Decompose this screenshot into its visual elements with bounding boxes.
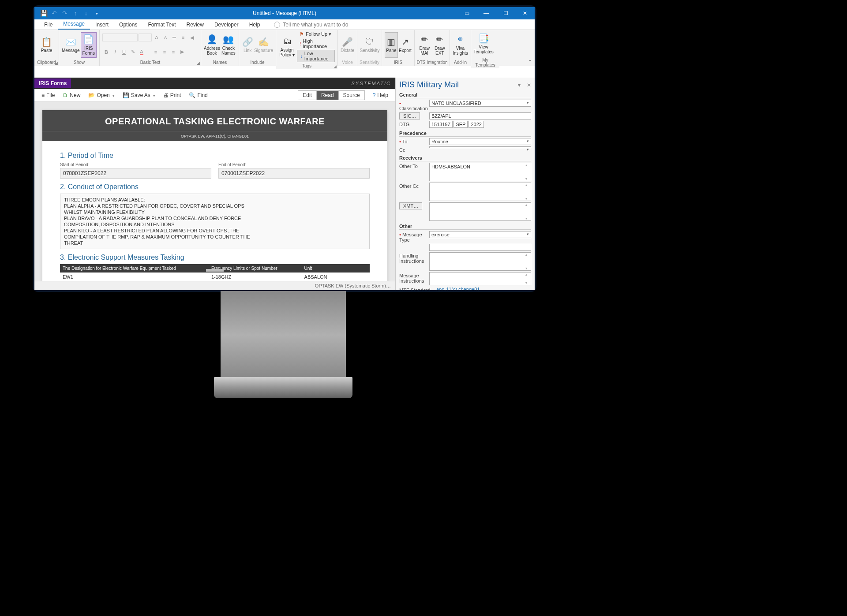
end-period-input[interactable]: 070001ZSEP2022 <box>218 168 370 179</box>
file-menu[interactable]: ≡File <box>38 90 58 100</box>
font-color-icon[interactable]: A <box>138 48 146 56</box>
classification-dropdown[interactable]: NATO UNCLASSIFIED <box>429 100 531 107</box>
iris-forms-button[interactable]: 📄IRIS Forms <box>81 32 97 58</box>
save-icon[interactable]: 💾 <box>39 8 49 18</box>
dtg-time-input[interactable]: 151319Z <box>429 121 453 128</box>
link-button[interactable]: 🔗Link <box>242 32 253 58</box>
tab-options[interactable]: Options <box>114 20 142 30</box>
tab-insert[interactable]: Insert <box>90 20 114 30</box>
sic-button[interactable]: SIC… <box>399 112 420 119</box>
low-importance-button[interactable]: ↓Low Importance <box>297 50 335 62</box>
shrink-font-icon[interactable]: A <box>161 34 169 41</box>
splitter-handle[interactable] <box>206 269 224 272</box>
high-importance-button[interactable]: !High Importance <box>297 38 335 49</box>
handling-instructions-textarea[interactable]: ▴▾ <box>429 252 531 271</box>
align-right-icon[interactable]: ≡ <box>169 48 177 56</box>
dialog-launcher-icon[interactable]: ◢ <box>334 64 337 69</box>
save-icon: 💾 <box>123 92 129 98</box>
signature-button[interactable]: ✍Signature <box>254 32 273 58</box>
underline-icon[interactable]: U <box>120 48 128 56</box>
down-icon[interactable]: ↓ <box>81 8 91 18</box>
numbering-icon[interactable]: ≡ <box>179 34 187 41</box>
pane-button[interactable]: ▥Pane <box>385 32 398 58</box>
print-button[interactable]: 🖨Print <box>160 90 185 100</box>
tab-format-text[interactable]: Format Text <box>142 20 181 30</box>
xmt-button[interactable]: XMT… <box>399 202 422 209</box>
grow-font-icon[interactable]: A <box>153 34 161 41</box>
document-subtitle: OPTASK EW, APP-11(C), CHANGE01 <box>42 131 387 141</box>
font-family-dropdown[interactable] <box>102 34 138 41</box>
maximize-button[interactable]: ☐ <box>496 7 515 19</box>
draw-ext-button[interactable]: ✏Draw EXT <box>433 32 447 58</box>
edit-mode-button[interactable]: Edit <box>298 91 317 100</box>
check-names-button[interactable]: 👥Check Names <box>221 32 236 58</box>
sensitivity-button[interactable]: 🛡Sensitivity <box>360 32 379 58</box>
export-button[interactable]: ↗Export <box>399 32 412 58</box>
xmt-textarea[interactable]: ▴▾ <box>429 202 531 221</box>
italic-icon[interactable]: I <box>111 48 119 56</box>
flag-icon: ⚑ <box>300 31 304 37</box>
pane-menu-icon[interactable]: ▾ <box>518 82 521 88</box>
tab-review[interactable]: Review <box>181 20 209 30</box>
message-type-dropdown[interactable]: exercise <box>429 231 531 238</box>
folder-icon: 📂 <box>88 92 95 98</box>
collapse-ribbon-icon[interactable]: ⌃ <box>528 59 532 65</box>
pane-close-icon[interactable]: ✕ <box>527 82 531 88</box>
to-precedence-dropdown[interactable]: Routine <box>429 138 531 145</box>
dtg-year-input[interactable]: 2022 <box>468 121 483 128</box>
align-center-icon[interactable]: ≡ <box>161 48 169 56</box>
find-button[interactable]: 🔍Find <box>185 90 211 100</box>
tell-me-search[interactable]: Tell me what you want to do <box>274 22 348 30</box>
message-type-extra-input[interactable] <box>429 244 531 251</box>
dialog-launcher-icon[interactable]: ◢ <box>197 61 200 65</box>
viva-insights-button[interactable]: ⚭Viva Insights <box>453 32 468 58</box>
systematic-brand: SYSTEMATIC <box>352 81 391 86</box>
new-button[interactable]: 🗋New <box>59 90 84 100</box>
follow-up-button[interactable]: ⚑Follow Up ▾ <box>297 31 335 37</box>
sic-input[interactable]: BZZ/APL <box>429 112 531 119</box>
undo-icon[interactable]: ↶ <box>49 8 59 18</box>
close-button[interactable]: ✕ <box>515 7 535 19</box>
source-mode-button[interactable]: Source <box>339 91 364 100</box>
start-period-input[interactable]: 070001ZSEP2022 <box>60 168 211 179</box>
conduct-text[interactable]: THREE EMCON PLANS AVAILABLE: PLAN ALPHA … <box>60 194 370 249</box>
other-to-textarea[interactable]: HDMS-ABSALON▴▾ <box>429 163 531 181</box>
dialog-launcher-icon[interactable]: ◢ <box>55 61 58 65</box>
read-mode-button[interactable]: Read <box>317 91 339 100</box>
align-left-icon[interactable]: ≡ <box>152 48 160 56</box>
dtg-month-input[interactable]: SEP <box>453 121 468 128</box>
open-button[interactable]: 📂Open <box>85 90 118 100</box>
view-templates-button[interactable]: 📑View Templates <box>474 31 493 56</box>
tab-developer[interactable]: Developer <box>209 20 244 30</box>
message-instructions-label: Message Instructions <box>399 272 427 284</box>
paste-button[interactable]: 📋 Paste <box>37 32 56 58</box>
table-row[interactable]: EW1 1-18GHZ ABSALON <box>60 273 370 282</box>
other-cc-textarea[interactable]: ▴▾ <box>429 183 531 201</box>
outdent-icon[interactable]: ◀ <box>188 34 196 41</box>
tab-file[interactable]: File <box>39 20 58 30</box>
draw-mai-button[interactable]: ✏Draw MAI <box>417 32 432 58</box>
dictate-button[interactable]: 🎤Dictate <box>341 32 354 58</box>
cc-precedence-dropdown[interactable] <box>429 146 531 148</box>
section-precedence: Precedence <box>399 131 531 137</box>
qat-more-icon[interactable]: ▾ <box>92 8 101 18</box>
font-size-dropdown[interactable] <box>139 34 152 41</box>
minimize-button[interactable]: — <box>476 7 496 19</box>
tab-help[interactable]: Help <box>244 20 266 30</box>
highlight-icon[interactable]: ✎ <box>129 48 137 56</box>
assign-policy-button[interactable]: 🗂Assign Policy ▾ <box>279 34 295 60</box>
up-icon[interactable]: ↑ <box>71 8 80 18</box>
ribbon-display-icon[interactable]: ▭ <box>457 7 476 19</box>
group-sensitivity: Sensitivity <box>357 60 382 66</box>
indent-icon[interactable]: ▶ <box>178 48 186 56</box>
address-book-button[interactable]: 👤Address Book <box>204 32 220 58</box>
bold-icon[interactable]: B <box>102 48 110 56</box>
help-button[interactable]: ?Help <box>369 90 392 100</box>
group-show: Show <box>59 60 99 66</box>
message-button[interactable]: ✉️Message <box>62 32 80 58</box>
tab-message[interactable]: Message <box>58 19 90 30</box>
message-instructions-textarea[interactable]: ▴▾ <box>429 272 531 285</box>
bullets-icon[interactable]: ☰ <box>170 34 178 41</box>
redo-icon[interactable]: ↷ <box>60 8 70 18</box>
save-as-button[interactable]: 💾Save As <box>119 90 159 100</box>
